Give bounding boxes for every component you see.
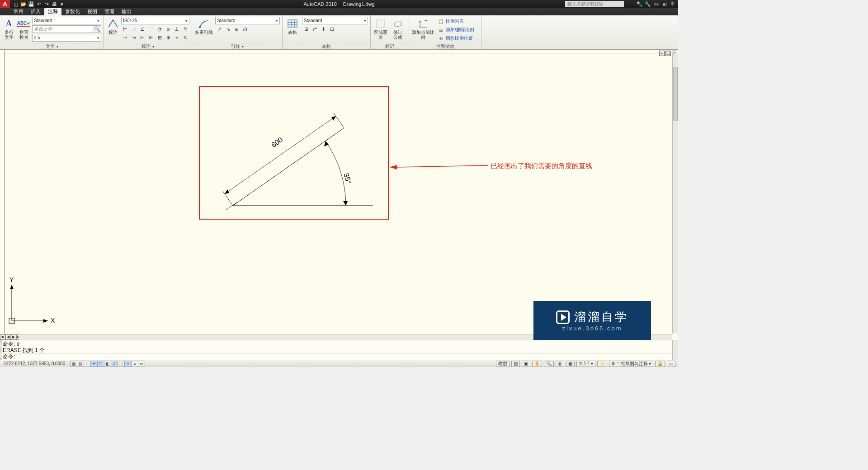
leader-remove-icon[interactable]: ↘ xyxy=(224,25,232,33)
leader-collect-icon[interactable]: /8 xyxy=(241,25,249,33)
add-current-scale-button[interactable]: + 添加当前比例 xyxy=(411,17,435,40)
dim-jog-icon[interactable]: ↯ xyxy=(181,25,189,33)
add-delete-scale-link[interactable]: ⚖添加/删除比例 xyxy=(437,26,475,33)
table-button[interactable]: 表格 xyxy=(285,17,300,35)
toggle-grid[interactable]: ▤ xyxy=(77,361,84,367)
annotation-scale[interactable]: ⚖1:1▾ xyxy=(576,361,595,367)
mleader-button[interactable]: 多重引线 xyxy=(194,17,213,35)
dim-baseline-icon[interactable]: ⊪ xyxy=(147,34,155,42)
dim-style-combo[interactable]: ISO-25 xyxy=(121,17,189,24)
status-zoom-icon[interactable]: 🔍 xyxy=(544,361,554,367)
table-style-combo[interactable]: Standard xyxy=(302,17,368,24)
viewport-max-icon[interactable]: ☐ xyxy=(665,51,671,56)
tab-view[interactable]: 视图 xyxy=(84,8,101,15)
toggle-ortho[interactable]: ∟ xyxy=(84,361,91,367)
toggle-qp[interactable]: ▭ xyxy=(138,361,145,367)
dim-linear-icon[interactable]: ⊢ xyxy=(121,25,129,33)
tab-common[interactable]: 常用 xyxy=(10,8,27,15)
workspace-switcher[interactable]: ⚙二维草图与注释▾ xyxy=(609,361,653,367)
layout-next-icon[interactable]: ▶ xyxy=(11,334,16,340)
table-export-icon[interactable]: ⊡ xyxy=(328,25,336,33)
dim-diameter-icon[interactable]: ⌀ xyxy=(164,25,172,33)
annotation-visibility-icon[interactable]: ✨ xyxy=(597,361,607,367)
toggle-snap[interactable]: ▦ xyxy=(70,361,77,367)
find-button[interactable]: 🔍 xyxy=(93,25,101,33)
dimension-button[interactable]: 标注 xyxy=(106,17,119,35)
title-bar: A ◫ 📂 💾 ↶ ↷ 🖶 ▾ AutoCAD 2010 Drawing1.dw… xyxy=(0,0,678,8)
sync-scale-pos-link[interactable]: ⟲同步比例位置 xyxy=(437,35,475,42)
spellcheck-button[interactable]: ABC✔ 拼写 检查 xyxy=(17,17,30,40)
toggle-3dosnap[interactable]: ◧ xyxy=(104,361,111,367)
leader-style-combo[interactable]: Standard xyxy=(215,17,280,24)
viewport-min-icon[interactable]: – xyxy=(659,51,665,56)
dim-tolerance-icon[interactable]: ⊞ xyxy=(156,34,164,42)
find-text-input[interactable] xyxy=(32,25,93,33)
dim-inspect-icon[interactable]: ⌖ xyxy=(173,34,181,42)
minimize-button[interactable]: — xyxy=(654,1,660,7)
drawing-area[interactable]: – ☐ ✕ 600 35° 已经画出了我们需要的角度的直线 xyxy=(0,50,678,340)
model-space-toggle[interactable]: 模型 xyxy=(496,361,509,367)
dim-center-icon[interactable]: ⊕ xyxy=(164,34,172,42)
key-icon[interactable]: 🔧 xyxy=(645,1,651,7)
dim-ordinate-icon[interactable]: ⊥ xyxy=(173,25,181,33)
table-link-icon[interactable]: ⇄ xyxy=(311,25,319,33)
toolbar-lock-icon[interactable]: 🔒 xyxy=(655,361,665,367)
ribbon: A 多行 文字 ABC✔ 拼写 检查 Standard 🔍 2.5 文字 xyxy=(0,15,678,50)
status-showmotion-icon[interactable]: ▦ xyxy=(566,361,575,367)
app-menu-button[interactable]: A xyxy=(0,0,10,8)
dim-arc-icon[interactable]: ⌒ xyxy=(147,25,155,33)
table-extract-icon[interactable]: ⊞ xyxy=(302,25,310,33)
open-icon[interactable]: 📂 xyxy=(20,1,27,7)
dim-aligned-icon[interactable]: ⟋ xyxy=(130,25,138,33)
toggle-polar[interactable]: ✛ xyxy=(90,361,98,367)
tab-annotate[interactable]: 注释 xyxy=(44,8,61,15)
dim-update-icon[interactable]: ↻ xyxy=(181,34,189,42)
tab-parametric[interactable]: 参数化 xyxy=(61,8,84,15)
dim-radius-icon[interactable]: ◔ xyxy=(156,25,164,33)
command-grip[interactable] xyxy=(0,340,2,360)
dim-angular-icon[interactable]: ∠ xyxy=(138,25,146,33)
new-icon[interactable]: ◫ xyxy=(13,1,19,7)
redo-icon[interactable]: ↷ xyxy=(43,1,50,7)
print-icon[interactable]: 🖶 xyxy=(51,1,57,7)
table-download-icon[interactable]: ⬇ xyxy=(319,25,327,33)
command-scrollbar[interactable] xyxy=(672,340,678,360)
toggle-lwt[interactable]: ≡ xyxy=(131,361,138,367)
tab-manage[interactable]: 管理 xyxy=(101,8,118,15)
toggle-osnap[interactable]: □ xyxy=(97,361,104,367)
status-quickview-layouts[interactable]: ▥ xyxy=(511,361,520,367)
revcloud-button[interactable]: 修订 云线 xyxy=(390,17,406,40)
status-steering-icon[interactable]: ◎ xyxy=(556,361,564,367)
tab-insert[interactable]: 插入 xyxy=(27,8,44,15)
leader-add-icon[interactable]: ↗ xyxy=(215,25,223,33)
status-quickview-drawings[interactable]: ▣ xyxy=(522,361,530,367)
toggle-otrack[interactable]: ∠ xyxy=(111,361,118,367)
close-button[interactable]: ✕ xyxy=(670,1,675,7)
leader-align-icon[interactable]: ≡ xyxy=(232,25,241,33)
binoculars-icon[interactable]: 🔦 xyxy=(637,1,643,7)
qat-drop-icon[interactable]: ▾ xyxy=(59,1,65,7)
help-search[interactable]: 键入关键字或短语 xyxy=(565,1,624,7)
clean-screen-icon[interactable]: ▭ xyxy=(667,361,675,367)
undo-icon[interactable]: ↶ xyxy=(36,1,42,7)
command-window[interactable]: 命令: e ERASE 找到 1 个 命令: xyxy=(0,340,678,360)
status-pan-icon[interactable]: ✋ xyxy=(532,361,542,367)
cursor-coordinates[interactable]: 1272.8212, 1377.5953, 0.0000 xyxy=(0,361,69,366)
text-style-combo[interactable]: Standard xyxy=(32,17,101,24)
mtext-button[interactable]: A 多行 文字 xyxy=(2,17,15,40)
maximize-button[interactable]: ☐ xyxy=(662,1,667,7)
text-height-combo[interactable]: 2.5 xyxy=(32,34,101,42)
dim-break-icon[interactable]: ⊣ xyxy=(121,34,129,42)
toggle-dyn[interactable]: + xyxy=(124,361,132,367)
tab-output[interactable]: 输出 xyxy=(118,8,135,15)
vertical-scrollbar[interactable] xyxy=(672,53,678,334)
wipeout-button[interactable]: 区域覆盖 xyxy=(373,17,388,40)
dim-continue-icon[interactable]: ⊩ xyxy=(138,34,146,42)
layout-prev-icon[interactable]: ◀ xyxy=(5,334,11,340)
dim-space-icon[interactable]: ⇥ xyxy=(130,34,138,42)
layout-first-icon[interactable]: ⏮ xyxy=(0,334,5,340)
scale-list-link[interactable]: 📋比例列表 xyxy=(437,18,475,25)
command-line[interactable]: 命令: xyxy=(0,353,678,360)
save-icon[interactable]: 💾 xyxy=(28,1,34,7)
toggle-ducs[interactable]: ⬚ xyxy=(118,361,125,367)
